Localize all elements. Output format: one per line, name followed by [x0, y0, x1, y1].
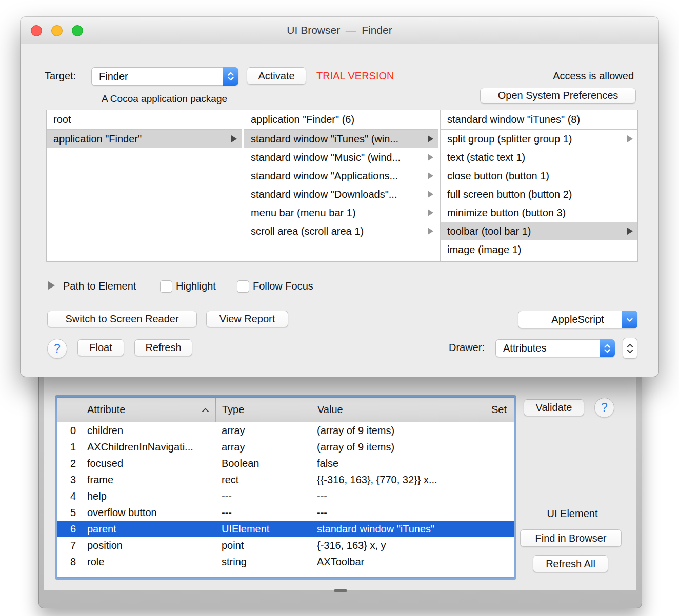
help-icon[interactable]: ?: [47, 339, 67, 359]
disclosure-arrow-icon: [428, 135, 433, 142]
follow-focus-checkbox[interactable]: [237, 280, 249, 293]
table-body: 0 children array (array of 9 items) 1 AX…: [57, 422, 514, 570]
attributes-table: Attribute Type Value Set 0 children arra…: [57, 397, 514, 578]
target-popup[interactable]: Finder: [91, 67, 238, 86]
column-header-index: [57, 398, 83, 422]
attributes-table-focus-ring: Attribute Type Value Set 0 children arra…: [55, 395, 516, 580]
sort-ascending-icon: [202, 407, 209, 413]
table-header-row: Attribute Type Value Set: [57, 398, 514, 422]
browser-column-header: application "Finder" (6): [244, 110, 438, 130]
target-caption: A Cocoa application package: [91, 92, 237, 106]
disclosure-arrow-icon: [428, 154, 433, 161]
list-item[interactable]: scroll area (scroll area 1): [244, 222, 438, 240]
highlight-label: Highlight: [176, 278, 216, 294]
table-row[interactable]: 3 frame rect {{-316, 163}, {770, 32}} x.…: [57, 471, 514, 488]
column-header-attribute-label: Attribute: [87, 404, 125, 416]
list-item[interactable]: split group (splitter group 1): [441, 130, 637, 148]
list-item[interactable]: image (image 1): [441, 240, 637, 259]
titlebar[interactable]: UI Browser — Finder: [21, 17, 658, 44]
follow-focus-label: Follow Focus: [253, 278, 313, 294]
refresh-all-button[interactable]: Refresh All: [533, 555, 608, 572]
highlight-checkbox[interactable]: [160, 280, 172, 293]
popup-updown-chevrons-icon: [600, 339, 615, 357]
find-in-browser-button[interactable]: Find in Browser: [520, 529, 622, 547]
browser-column-application: application "Finder" (6) standard window…: [244, 110, 438, 261]
column-header-attribute[interactable]: Attribute: [83, 398, 215, 422]
drawer-popup[interactable]: Attributes: [495, 339, 615, 357]
disclosure-arrow-icon: [627, 135, 633, 142]
table-row[interactable]: 5 overflow button --- ---: [57, 504, 514, 521]
table-row[interactable]: 1 AXChildrenInNavigati... array (array o…: [57, 439, 514, 455]
list-item[interactable]: standard window "Music" (wind...: [244, 148, 438, 167]
list-item[interactable]: standard window "Applications...: [244, 167, 438, 185]
browser-column-root: root application "Finder": [47, 110, 242, 261]
column-header-value[interactable]: Value: [311, 398, 465, 422]
browser-column-window: standard window "iTunes" (8) split group…: [440, 110, 637, 261]
float-button[interactable]: Float: [77, 339, 124, 356]
validate-button[interactable]: Validate: [524, 399, 584, 416]
trial-version-label: TRIAL VERSION: [316, 67, 394, 85]
disclosure-arrow-icon: [231, 135, 237, 142]
activate-button[interactable]: Activate: [247, 67, 306, 85]
target-popup-value: Finder: [92, 71, 128, 83]
applescript-pulldown[interactable]: AppleScript: [518, 311, 637, 328]
view-report-button[interactable]: View Report: [206, 311, 288, 327]
pulldown-chevron-icon: [622, 311, 637, 328]
open-system-preferences-button[interactable]: Open System Preferences: [480, 88, 636, 104]
disclosure-arrow-icon: [428, 191, 433, 198]
list-item[interactable]: close button (button 1): [441, 167, 637, 185]
element-browser: root application "Finder" application "F…: [46, 110, 638, 262]
list-item[interactable]: text (static text 1): [441, 148, 637, 167]
list-item[interactable]: application "Finder": [47, 130, 242, 148]
list-item[interactable]: standard window "iTunes" (win...: [244, 130, 438, 148]
column-header-set[interactable]: Set: [465, 398, 514, 422]
popup-updown-chevrons-icon: [223, 67, 238, 86]
browser-column-header: root: [47, 110, 242, 130]
list-item[interactable]: minimize button (button 3): [441, 203, 637, 222]
path-disclosure-triangle-icon[interactable]: [48, 281, 55, 290]
access-status-label: Access is allowed: [553, 67, 634, 85]
table-row[interactable]: 8 role string AXToolbar: [57, 553, 514, 570]
disclosure-arrow-icon: [428, 172, 433, 179]
disclosure-arrow-icon: [428, 228, 433, 235]
table-row-selected[interactable]: 6 parent UIElement standard window "iTun…: [57, 521, 514, 537]
path-to-element-label[interactable]: Path to Element: [63, 278, 136, 294]
column-header-type[interactable]: Type: [215, 398, 311, 422]
help-icon[interactable]: ?: [594, 398, 614, 418]
drawer-label: Drawer:: [415, 339, 485, 356]
table-row[interactable]: 4 help --- ---: [57, 488, 514, 504]
stepper-up-icon: [627, 343, 633, 347]
drawer-resize-handle[interactable]: [334, 589, 347, 592]
ui-element-label: UI Element: [531, 508, 613, 520]
disclosure-arrow-icon: [627, 228, 633, 235]
list-item[interactable]: menu bar (menu bar 1): [244, 203, 438, 222]
list-item[interactable]: standard window "Downloads"...: [244, 185, 438, 203]
window-title: UI Browser — Finder: [21, 17, 658, 44]
table-row[interactable]: 2 focused Boolean false: [57, 455, 514, 471]
switch-to-screen-reader-button[interactable]: Switch to Screen Reader: [47, 311, 197, 327]
table-row[interactable]: 7 position point {-316, 163} x, y: [57, 537, 514, 553]
drawer-stepper[interactable]: [623, 338, 637, 359]
list-item-selected[interactable]: toolbar (tool bar 1): [441, 222, 637, 240]
drawer-window: Attribute Type Value Set 0 children arra…: [38, 369, 642, 608]
browser-column-header: standard window "iTunes" (8): [441, 110, 637, 130]
main-window: UI Browser — Finder Target: Finder Activ…: [21, 17, 658, 377]
stepper-down-icon: [627, 350, 633, 354]
list-item[interactable]: full screen button (button 2): [441, 185, 637, 203]
refresh-button[interactable]: Refresh: [134, 339, 192, 356]
table-row[interactable]: 0 children array (array of 9 items): [57, 422, 514, 439]
disclosure-arrow-icon: [428, 209, 433, 216]
target-label: Target:: [45, 67, 76, 85]
